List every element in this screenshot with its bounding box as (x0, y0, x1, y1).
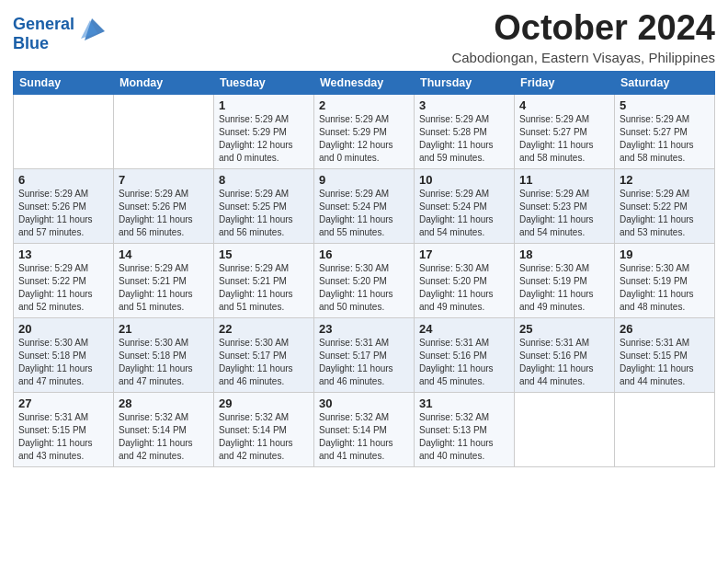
day-number: 25 (519, 322, 609, 336)
day-number: 3 (419, 98, 509, 112)
day-detail: Sunrise: 5:29 AM Sunset: 5:23 PM Dayligh… (519, 188, 609, 239)
day-detail: Sunrise: 5:32 AM Sunset: 5:14 PM Dayligh… (319, 411, 409, 463)
calendar-cell: 2Sunrise: 5:29 AM Sunset: 5:29 PM Daylig… (314, 94, 415, 168)
day-detail: Sunrise: 5:30 AM Sunset: 5:18 PM Dayligh… (18, 337, 108, 388)
calendar-cell: 6Sunrise: 5:29 AM Sunset: 5:26 PM Daylig… (14, 168, 114, 243)
day-number: 28 (119, 396, 209, 410)
day-number: 30 (319, 396, 409, 410)
day-detail: Sunrise: 5:30 AM Sunset: 5:19 PM Dayligh… (620, 262, 710, 314)
day-detail: Sunrise: 5:29 AM Sunset: 5:24 PM Dayligh… (319, 188, 409, 239)
calendar-cell: 21Sunrise: 5:30 AM Sunset: 5:18 PM Dayli… (114, 317, 214, 392)
day-number: 22 (219, 322, 309, 336)
day-number: 29 (219, 396, 309, 410)
calendar-cell: 16Sunrise: 5:30 AM Sunset: 5:20 PM Dayli… (314, 243, 415, 317)
day-detail: Sunrise: 5:29 AM Sunset: 5:27 PM Dayligh… (620, 113, 710, 165)
day-detail: Sunrise: 5:31 AM Sunset: 5:16 PM Dayligh… (419, 337, 509, 388)
day-number: 14 (119, 247, 209, 261)
calendar-cell: 15Sunrise: 5:29 AM Sunset: 5:21 PM Dayli… (214, 243, 314, 317)
day-detail: Sunrise: 5:29 AM Sunset: 5:29 PM Dayligh… (219, 113, 309, 165)
calendar-cell: 31Sunrise: 5:32 AM Sunset: 5:13 PM Dayli… (415, 392, 515, 466)
calendar-cell: 24Sunrise: 5:31 AM Sunset: 5:16 PM Dayli… (415, 317, 515, 392)
month-title: October 2024 (451, 9, 715, 48)
calendar-cell: 4Sunrise: 5:29 AM Sunset: 5:27 PM Daylig… (515, 94, 615, 168)
calendar-cell: 11Sunrise: 5:29 AM Sunset: 5:23 PM Dayli… (515, 168, 615, 243)
calendar-cell: 25Sunrise: 5:31 AM Sunset: 5:16 PM Dayli… (515, 317, 615, 392)
day-number: 17 (419, 247, 509, 261)
logo-wordmark: General Blue (13, 15, 74, 52)
calendar-cell: 22Sunrise: 5:30 AM Sunset: 5:17 PM Dayli… (214, 317, 314, 392)
calendar-cell (14, 94, 114, 168)
day-detail: Sunrise: 5:31 AM Sunset: 5:15 PM Dayligh… (18, 411, 108, 463)
day-detail: Sunrise: 5:30 AM Sunset: 5:17 PM Dayligh… (219, 337, 309, 388)
calendar-week-1: 1Sunrise: 5:29 AM Sunset: 5:29 PM Daylig… (14, 94, 715, 168)
calendar-cell: 9Sunrise: 5:29 AM Sunset: 5:24 PM Daylig… (314, 168, 415, 243)
calendar-cell: 20Sunrise: 5:30 AM Sunset: 5:18 PM Dayli… (14, 317, 114, 392)
day-detail: Sunrise: 5:29 AM Sunset: 5:22 PM Dayligh… (620, 188, 710, 239)
day-detail: Sunrise: 5:30 AM Sunset: 5:20 PM Dayligh… (419, 262, 509, 314)
calendar-table: SundayMondayTuesdayWednesdayThursdayFrid… (13, 71, 715, 467)
calendar-cell: 23Sunrise: 5:31 AM Sunset: 5:17 PM Dayli… (314, 317, 415, 392)
day-number: 24 (419, 322, 509, 336)
calendar-week-2: 6Sunrise: 5:29 AM Sunset: 5:26 PM Daylig… (14, 168, 715, 243)
day-number: 21 (119, 322, 209, 336)
calendar-cell (515, 392, 615, 466)
day-detail: Sunrise: 5:29 AM Sunset: 5:27 PM Dayligh… (519, 113, 609, 165)
col-header-friday: Friday (515, 71, 615, 94)
day-detail: Sunrise: 5:30 AM Sunset: 5:19 PM Dayligh… (519, 262, 609, 314)
day-detail: Sunrise: 5:31 AM Sunset: 5:15 PM Dayligh… (620, 337, 710, 388)
calendar-cell: 17Sunrise: 5:30 AM Sunset: 5:20 PM Dayli… (415, 243, 515, 317)
day-number: 8 (219, 173, 309, 187)
day-detail: Sunrise: 5:32 AM Sunset: 5:13 PM Dayligh… (419, 411, 509, 463)
calendar-cell: 12Sunrise: 5:29 AM Sunset: 5:22 PM Dayli… (615, 168, 715, 243)
day-detail: Sunrise: 5:29 AM Sunset: 5:26 PM Dayligh… (18, 188, 108, 239)
subtitle: Cabodiongan, Eastern Visayas, Philippine… (451, 50, 715, 65)
day-number: 12 (620, 173, 710, 187)
day-number: 31 (419, 396, 509, 410)
header-row: SundayMondayTuesdayWednesdayThursdayFrid… (14, 71, 715, 94)
col-header-sunday: Sunday (14, 71, 114, 94)
col-header-thursday: Thursday (415, 71, 515, 94)
calendar-cell (114, 94, 214, 168)
day-number: 11 (519, 173, 609, 187)
day-detail: Sunrise: 5:29 AM Sunset: 5:25 PM Dayligh… (219, 188, 309, 239)
day-number: 10 (419, 173, 509, 187)
calendar-cell: 26Sunrise: 5:31 AM Sunset: 5:15 PM Dayli… (615, 317, 715, 392)
day-number: 19 (620, 247, 710, 261)
calendar-cell: 5Sunrise: 5:29 AM Sunset: 5:27 PM Daylig… (615, 94, 715, 168)
day-detail: Sunrise: 5:29 AM Sunset: 5:28 PM Dayligh… (419, 113, 509, 165)
day-number: 15 (219, 247, 309, 261)
day-number: 18 (519, 247, 609, 261)
day-number: 13 (18, 247, 108, 261)
calendar-cell: 27Sunrise: 5:31 AM Sunset: 5:15 PM Dayli… (14, 392, 114, 466)
calendar-week-4: 20Sunrise: 5:30 AM Sunset: 5:18 PM Dayli… (14, 317, 715, 392)
day-detail: Sunrise: 5:31 AM Sunset: 5:17 PM Dayligh… (319, 337, 409, 388)
calendar-cell: 29Sunrise: 5:32 AM Sunset: 5:14 PM Dayli… (214, 392, 314, 466)
day-number: 16 (319, 247, 409, 261)
day-detail: Sunrise: 5:29 AM Sunset: 5:24 PM Dayligh… (419, 188, 509, 239)
day-detail: Sunrise: 5:29 AM Sunset: 5:21 PM Dayligh… (119, 262, 209, 314)
col-header-wednesday: Wednesday (314, 71, 415, 94)
day-number: 5 (620, 98, 710, 112)
day-number: 4 (519, 98, 609, 112)
calendar-cell: 13Sunrise: 5:29 AM Sunset: 5:22 PM Dayli… (14, 243, 114, 317)
logo-icon (77, 15, 107, 46)
calendar-cell: 18Sunrise: 5:30 AM Sunset: 5:19 PM Dayli… (515, 243, 615, 317)
calendar-week-3: 13Sunrise: 5:29 AM Sunset: 5:22 PM Dayli… (14, 243, 715, 317)
title-section: October 2024 Cabodiongan, Eastern Visaya… (451, 9, 715, 65)
day-detail: Sunrise: 5:30 AM Sunset: 5:18 PM Dayligh… (119, 337, 209, 388)
day-number: 20 (18, 322, 108, 336)
day-detail: Sunrise: 5:31 AM Sunset: 5:16 PM Dayligh… (519, 337, 609, 388)
logo: General Blue (13, 15, 107, 52)
day-number: 1 (219, 98, 309, 112)
calendar-cell: 28Sunrise: 5:32 AM Sunset: 5:14 PM Dayli… (114, 392, 214, 466)
day-detail: Sunrise: 5:32 AM Sunset: 5:14 PM Dayligh… (219, 411, 309, 463)
day-detail: Sunrise: 5:29 AM Sunset: 5:29 PM Dayligh… (319, 113, 409, 165)
calendar-cell: 3Sunrise: 5:29 AM Sunset: 5:28 PM Daylig… (415, 94, 515, 168)
day-number: 23 (319, 322, 409, 336)
day-number: 26 (620, 322, 710, 336)
day-detail: Sunrise: 5:30 AM Sunset: 5:20 PM Dayligh… (319, 262, 409, 314)
calendar-cell: 8Sunrise: 5:29 AM Sunset: 5:25 PM Daylig… (214, 168, 314, 243)
day-detail: Sunrise: 5:29 AM Sunset: 5:21 PM Dayligh… (219, 262, 309, 314)
col-header-tuesday: Tuesday (214, 71, 314, 94)
logo-general: General (13, 15, 74, 33)
